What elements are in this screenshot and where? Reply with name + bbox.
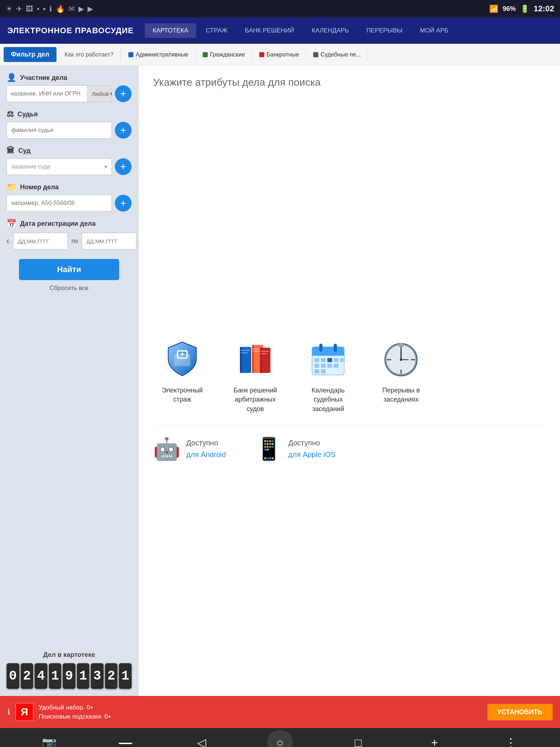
search-button[interactable]: Найти <box>19 259 119 280</box>
svg-rect-21 <box>321 358 326 362</box>
judge-icon: ⚖ <box>7 109 14 119</box>
shield-svg-icon <box>162 339 202 379</box>
tab-filter[interactable]: Фильтр дел <box>4 47 57 62</box>
feature-calendar-label: Календарь судебных заседаний <box>299 386 357 414</box>
date-from-label: с <box>7 238 9 244</box>
person-icon: 👤 <box>7 73 16 82</box>
digit-7: 2 <box>105 663 118 689</box>
ad-line2: Поисковые подсказки. 0+ <box>39 712 482 721</box>
case-number-input[interactable] <box>7 195 112 212</box>
nav-my[interactable]: МОЙ АРБ <box>412 23 456 38</box>
svg-rect-13 <box>261 351 269 352</box>
right-panel-title: Укажите атрибуты дела для поиска <box>153 77 545 88</box>
nav-plus-button[interactable]: + <box>424 732 446 747</box>
date-from-input[interactable] <box>13 233 68 249</box>
svg-rect-6 <box>241 353 248 353</box>
tab-administrative[interactable]: Административные <box>122 49 195 61</box>
tab-civil[interactable]: Гражданские <box>196 49 252 61</box>
download-android-text: Доступно для Android <box>186 437 226 460</box>
nav-kartoteka[interactable]: КАРТОТЕКА <box>145 23 197 38</box>
court-add-button[interactable]: + <box>115 158 132 175</box>
svg-rect-25 <box>315 364 319 368</box>
back-icon: ◁ <box>197 736 206 747</box>
nav-back-button[interactable]: ◁ <box>191 732 213 747</box>
android-link[interactable]: для Android <box>186 449 226 460</box>
tab-dot-court <box>313 52 318 57</box>
ios-link[interactable]: для Apple iOS <box>288 449 336 460</box>
nav-items: КАРТОТЕКА СТРАЖ БАНК РЕШЕНИЙ КАЛЕНДАРЬ П… <box>145 23 456 38</box>
status-bar: ☀ ✈ 🖼 ▪ ▪ ℹ 🔥 ✉ ▶ ▶ 📶 96% 🔋 12:02 <box>0 0 560 18</box>
participant-type-label: Любой <box>92 91 109 97</box>
nav-recent-button[interactable]: □ <box>347 732 369 747</box>
tab-court[interactable]: Судебные пе... <box>307 49 368 61</box>
ad-install-button[interactable]: УСТАНОВИТЬ <box>487 704 553 720</box>
nav-home-button[interactable]: ○ <box>267 730 293 747</box>
case-number-add-button[interactable]: + <box>115 195 132 212</box>
calendar-icon-wrapper <box>306 337 350 381</box>
date-group: 📅 Дата регистрации дела с по <box>7 219 132 249</box>
clock-icon-wrapper <box>379 337 423 381</box>
participant-type-select[interactable]: Любой ▾ <box>87 86 112 102</box>
books-icon-wrapper <box>233 337 277 381</box>
digit-6: 3 <box>91 663 104 689</box>
nav-camera-button[interactable]: 📷 <box>38 732 60 747</box>
judge-input[interactable] <box>7 122 112 139</box>
participant-input-wrapper[interactable]: Любой ▾ <box>7 85 112 102</box>
downloads-row: 🤖 Доступно для Android 📱 Доступно для Ap… <box>153 425 545 462</box>
participant-add-button[interactable]: + <box>115 85 132 102</box>
counter-section: Дел в картотеке 0 2 4 1 9 1 3 2 1 <box>7 644 132 689</box>
feature-clock-label: Перерывы в заседаниях <box>372 386 430 404</box>
right-bottom-spacer <box>153 462 545 685</box>
tab-how[interactable]: Как это работает? <box>57 48 121 62</box>
android-available-label: Доступно <box>186 437 226 449</box>
digit-5: 1 <box>77 663 90 689</box>
feature-books[interactable]: Банк решений арбитражных судов <box>226 337 284 414</box>
nav-bank[interactable]: БАНК РЕШЕНИЙ <box>237 23 302 38</box>
digit-3: 1 <box>49 663 62 689</box>
feature-calendar[interactable]: Календарь судебных заседаний <box>299 337 357 414</box>
calendar-small-icon: 📅 <box>7 219 16 228</box>
folder-icon: 📁 <box>7 182 16 192</box>
tab-bar: Фильтр дел Как это работает? Администрат… <box>0 44 560 66</box>
nav-minus-button[interactable]: — <box>114 732 136 747</box>
judge-add-button[interactable]: + <box>115 122 132 139</box>
download-ios-text: Доступно для Apple iOS <box>288 437 336 460</box>
feature-shield[interactable]: Электронный страж <box>153 337 211 414</box>
court-label: 🏛 Суд <box>7 146 132 155</box>
plus-icon: + <box>431 736 438 747</box>
ad-text: Удобный набор. 0+ Поисковые подсказки. 0… <box>39 703 482 721</box>
svg-rect-27 <box>327 364 332 368</box>
svg-rect-26 <box>321 364 326 368</box>
svg-rect-40 <box>398 343 403 347</box>
participant-input[interactable] <box>7 86 87 102</box>
tab-label-bankrupt: Банкротные <box>267 51 299 58</box>
ya-letter: Я <box>21 706 28 718</box>
date-to-label: по <box>71 238 78 244</box>
svg-rect-22 <box>327 358 332 362</box>
feature-clock[interactable]: Перерывы в заседаниях <box>372 337 430 414</box>
svg-point-2 <box>181 353 184 356</box>
ad-line1: Удобный набор. 0+ <box>39 703 482 712</box>
case-number-row: + <box>7 195 132 212</box>
feature-books-label: Банк решений арбитражных судов <box>226 386 284 414</box>
nav-breaks[interactable]: ПЕРЕРЫВЫ <box>358 23 411 38</box>
more-icon: ⋮ <box>505 736 517 747</box>
ad-info-icon[interactable]: ℹ <box>7 707 10 717</box>
court-dropdown-arrow-icon: ▾ <box>104 163 107 170</box>
feature-shield-label: Электронный страж <box>153 386 211 404</box>
nav-strazh[interactable]: СТРАЖ <box>198 23 235 38</box>
digit-1: 2 <box>21 663 34 689</box>
nav-more-button[interactable]: ⋮ <box>500 732 522 747</box>
digit-2: 4 <box>35 663 47 689</box>
court-dropdown[interactable]: название суда ▾ <box>7 158 112 175</box>
reset-button[interactable]: Сбросить все <box>50 285 89 292</box>
svg-rect-10 <box>253 351 260 352</box>
nav-calendar[interactable]: КАЛЕНДАРЬ <box>304 23 357 38</box>
svg-rect-24 <box>340 358 343 362</box>
status-icons-left: ☀ ✈ 🖼 ▪ ▪ ℹ 🔥 ✉ ▶ ▶ <box>6 4 93 13</box>
tab-bankruptcy[interactable]: Банкротные <box>253 49 306 61</box>
home-circle-icon: ○ <box>276 736 283 747</box>
svg-rect-29 <box>315 369 319 374</box>
top-nav: ЭЛЕКТРОННОЕ ПРАВОСУДИЕ КАРТОТЕКА СТРАЖ Б… <box>0 18 560 44</box>
date-to-input[interactable] <box>82 233 136 249</box>
